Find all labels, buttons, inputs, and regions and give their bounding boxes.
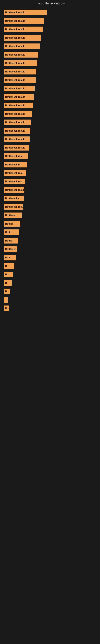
bar-label-22: Bottleneck r [5, 197, 19, 200]
bar-row: Bottle [4, 238, 96, 244]
bar-label-15: Bottleneck result [5, 138, 25, 141]
bar-label-31: Bo [5, 273, 8, 276]
bar-label-7: Bottleneck result [5, 70, 25, 73]
bar-label-9: Bottleneck result [5, 87, 25, 90]
bar-row: Bottleneck resu [4, 204, 96, 210]
bar-row: Bott [4, 255, 96, 260]
bar-row: Bottleneck resu [4, 170, 96, 176]
bar-row: Bottleneck result [4, 103, 96, 108]
bar-31: Bo [4, 272, 13, 277]
bar-row: Bottleneck result [4, 136, 96, 142]
bar-20: Bottleneck res [4, 179, 25, 184]
bar-row: Bottleneck re [4, 162, 96, 168]
bar-8: Bottleneck result [4, 77, 36, 83]
bar-label-27: Bottle [5, 239, 12, 242]
bar-row: Bottlen [4, 221, 96, 226]
bar-label-21: Bottleneck result [5, 188, 24, 192]
bars-container: Bottleneck resultBottleneck resultBottle… [0, 8, 100, 316]
bar-label-33: B [5, 290, 7, 293]
bar-label-2: Bottleneck result [5, 28, 25, 31]
bar-row [4, 297, 96, 303]
bar-label-17: Bottleneck resu [5, 155, 23, 158]
bar-15: Bottleneck result [4, 136, 30, 142]
bar-label-35: Bo [5, 307, 8, 310]
bar-27: Bottle [4, 238, 18, 244]
bar-label-12: Bottleneck result [5, 112, 25, 115]
bar-row: B [4, 288, 96, 294]
bar-label-29: Bott [5, 256, 10, 259]
bar-label-5: Bottleneck result [5, 53, 25, 56]
bar-0: Bottleneck result [4, 10, 47, 15]
bar-row: Bottleneck result [4, 145, 96, 150]
bar-row: B [4, 263, 96, 269]
bar-33: B [4, 288, 10, 294]
bar-label-3: Bottleneck result [5, 36, 25, 39]
bar-label-13: Bottleneck result [5, 121, 25, 124]
bar-label-8: Bottleneck result [5, 79, 25, 82]
bar-row: Bottlenec [4, 246, 96, 252]
bar-26: Bott [4, 230, 19, 235]
bar-35: Bo [4, 306, 9, 311]
bar-label-11: Bottleneck result [5, 104, 25, 107]
bar-label-19: Bottleneck resu [5, 172, 23, 174]
bar-3: Bottleneck result [4, 35, 41, 41]
bar-row: Bottleneck result [4, 77, 96, 83]
bar-14: Bottleneck result [4, 128, 30, 134]
bar-label-14: Bottleneck result [5, 130, 25, 132]
bar-row: Bottleneck result [4, 69, 96, 74]
bar-row: Bottleneck res [4, 179, 96, 184]
bar-10: Bottleneck result [4, 94, 34, 100]
bar-row: Bottleneck result [4, 120, 96, 125]
bar-row: Bottleneck result [4, 52, 96, 58]
bar-row: Bottleneck result [4, 44, 96, 49]
bar-24: Bottlenec [4, 212, 22, 218]
bar-29: Bott [4, 255, 16, 260]
bar-row: Bottleneck result [4, 26, 96, 32]
bar-30: B [4, 263, 14, 269]
bar-row: Bottleneck resu [4, 153, 96, 159]
bar-9: Bottleneck result [4, 86, 35, 91]
bar-17: Bottleneck resu [4, 153, 28, 159]
bar-row: Bottleneck result [4, 60, 96, 66]
bar-label-28: Bottlenec [5, 248, 16, 250]
bar-label-10: Bottleneck result [5, 96, 25, 98]
bar-label-30: B [5, 265, 7, 268]
bar-22: Bottleneck r [4, 196, 24, 201]
bar-row: Bott [4, 230, 96, 235]
bar-21: Bottleneck result [4, 187, 24, 193]
bar-label-6: Bottleneck result [5, 62, 25, 64]
bar-row: Bottleneck result [4, 86, 96, 91]
bar-label-18: Bottleneck re [5, 163, 20, 166]
bar-6: Bottleneck result [4, 60, 37, 66]
bar-row: Bo [4, 306, 96, 311]
bar-18: Bottleneck re [4, 162, 27, 168]
bar-label-32: B [5, 282, 7, 284]
bar-16: Bottleneck result [4, 145, 29, 150]
bar-19: Bottleneck resu [4, 170, 26, 176]
bar-row: Bottleneck result [4, 187, 96, 193]
bar-23: Bottleneck resu [4, 204, 23, 210]
bar-11: Bottleneck result [4, 103, 33, 108]
bar-row: Bottleneck result [4, 111, 96, 117]
site-title-text: TheBottlenecker.com [35, 2, 65, 5]
bar-row: Bottleneck r [4, 196, 96, 201]
bar-row: Bottlenec [4, 212, 96, 218]
bar-row: Bo [4, 272, 96, 277]
bar-label-26: Bott [5, 231, 10, 234]
bar-label-1: Bottleneck result [5, 20, 25, 22]
bar-label-24: Bottlenec [5, 214, 16, 217]
bar-label-23: Bottleneck resu [5, 206, 23, 208]
bar-7: Bottleneck result [4, 69, 36, 74]
bar-28: Bottlenec [4, 246, 17, 252]
bar-row: Bottleneck result [4, 10, 96, 15]
bar-12: Bottleneck result [4, 111, 32, 117]
bar-row: Bottleneck result [4, 128, 96, 134]
bar-row: B [4, 280, 96, 286]
bar-13: Bottleneck result [4, 120, 31, 125]
bar-1: Bottleneck result [4, 18, 44, 24]
site-title: TheBottlenecker.com [0, 0, 100, 8]
bar-label-25: Bottlen [5, 222, 13, 225]
bar-2: Bottleneck result [4, 26, 43, 32]
bar-32: B [4, 280, 12, 286]
bar-label-0: Bottleneck result [5, 11, 25, 14]
